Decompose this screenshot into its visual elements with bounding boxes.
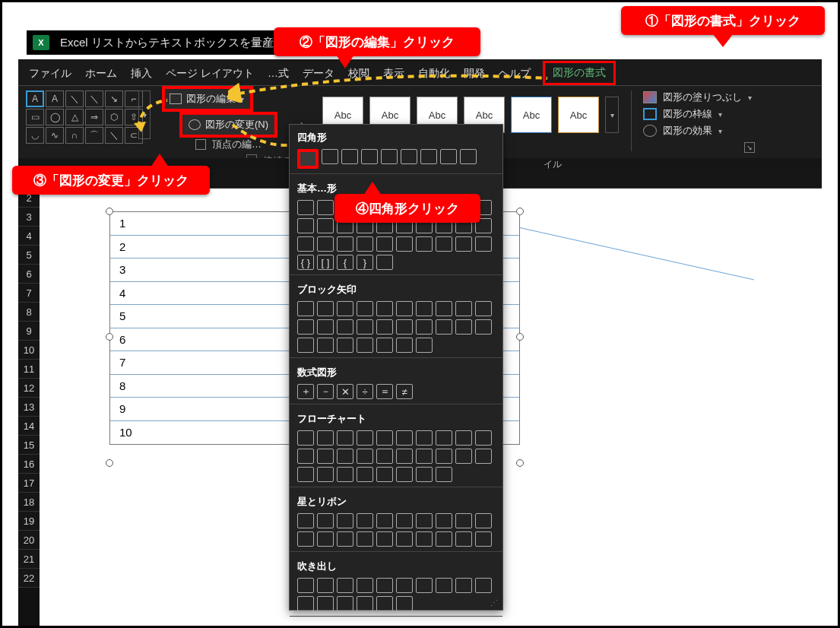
shape-option-icon[interactable] (436, 513, 452, 528)
shape-option-icon[interactable] (475, 578, 492, 593)
resize-handle[interactable] (106, 333, 113, 341)
shape-option-icon[interactable] (337, 338, 353, 353)
row-header[interactable]: 10 (18, 341, 40, 360)
shape-option-icon[interactable] (416, 338, 433, 353)
shape-option-icon[interactable] (357, 596, 373, 611)
shape-option-icon[interactable] (376, 449, 393, 464)
shape-option-icon[interactable] (455, 430, 472, 446)
shape-option-icon[interactable] (396, 430, 413, 446)
tab-auto[interactable]: 自動化 (412, 62, 456, 85)
shape-option-icon[interactable] (440, 149, 457, 164)
shape-option-icon[interactable] (317, 467, 334, 482)
shape-option-icon[interactable] (297, 513, 314, 528)
shape-line-icon[interactable]: ＼ (85, 90, 103, 107)
shape-option-icon[interactable] (337, 319, 353, 335)
style-swatch-more[interactable]: ▾ (605, 97, 619, 133)
shape-option-icon[interactable] (396, 513, 413, 528)
resize-handle[interactable] (106, 459, 113, 467)
shape-option-icon[interactable] (317, 218, 334, 233)
shape-option-icon[interactable] (317, 301, 334, 316)
shape-option-icon[interactable] (361, 149, 378, 164)
shape-option-icon[interactable] (436, 236, 452, 252)
shape-option-icon[interactable] (455, 531, 472, 547)
shape-option-icon[interactable] (376, 319, 393, 335)
shape-curve-icon[interactable]: ∿ (46, 127, 64, 144)
row-header[interactable]: 19 (18, 512, 40, 531)
shape-option-icon[interactable] (297, 430, 314, 446)
shape-option-icon[interactable] (297, 596, 314, 611)
shape-option-icon[interactable] (357, 338, 373, 353)
shape-option-icon[interactable] (357, 513, 373, 528)
shape-option-icon[interactable]: { } (297, 255, 314, 270)
shape-hex-icon[interactable]: ⬡ (105, 109, 123, 125)
shape-option-icon[interactable] (416, 449, 433, 464)
shape-curve-icon[interactable]: ◡ (26, 127, 44, 144)
row-header[interactable]: 7 (18, 284, 40, 303)
row-header[interactable]: 4 (18, 227, 40, 246)
shape-option-icon[interactable] (416, 301, 433, 316)
edit-shape-button[interactable]: 図形の編集 ▾ (162, 86, 253, 112)
shape-option-icon[interactable] (337, 449, 353, 464)
shape-option-icon[interactable] (297, 200, 314, 215)
shape-option-icon[interactable] (436, 531, 452, 547)
shape-insert-gallery[interactable]: A A ＼ ＼ ↘ ⌐ ▭ ◯ △ ⇒ ⬡ ⇧ ◡ ∿ ∩ ⌒ ＼ ⊂ (26, 90, 143, 144)
row-header[interactable]: 17 (18, 474, 40, 493)
shape-arc-icon[interactable]: ∩ (65, 127, 84, 144)
shape-option-icon[interactable] (381, 149, 398, 164)
shape-option-icon[interactable] (297, 236, 314, 252)
shape-option-icon[interactable] (416, 319, 433, 335)
shape-option-icon[interactable] (376, 430, 393, 446)
shape-option-icon[interactable] (416, 513, 433, 528)
resize-grip[interactable]: ⋰ (490, 598, 498, 607)
shape-option-icon[interactable] (396, 301, 413, 316)
resize-handle[interactable] (516, 208, 524, 215)
shape-effects-button[interactable]: 図形の効果 ▾ (643, 124, 752, 138)
shape-option-icon[interactable] (357, 449, 373, 464)
row-header[interactable]: 3 (18, 208, 40, 227)
shape-option-icon[interactable] (376, 236, 393, 252)
tab-insert[interactable]: 挿入 (125, 62, 158, 85)
shape-option-icon[interactable] (396, 467, 413, 482)
shape-arrow-icon[interactable]: ⇒ (85, 109, 103, 125)
shape-option-icon[interactable] (455, 513, 472, 528)
shape-line-icon[interactable]: ＼ (65, 90, 84, 107)
shape-option-icon[interactable] (455, 578, 472, 593)
format-dialog-launcher[interactable]: ↘ (744, 142, 755, 153)
tab-dev[interactable]: 開発 (458, 62, 491, 85)
row-headers[interactable]: 2345678910111213141516171819202122 (18, 189, 40, 588)
gallery-expand-handle[interactable]: ▾ (138, 90, 151, 139)
shape-option-icon[interactable] (475, 301, 492, 316)
shape-option-icon[interactable] (475, 513, 492, 528)
tab-layout[interactable]: ページ レイアウト (160, 62, 260, 85)
shape-option-icon[interactable] (376, 578, 393, 593)
shape-option-icon[interactable] (475, 236, 492, 252)
shape-fill-button[interactable]: 図形の塗りつぶし ▾ (643, 90, 752, 104)
shape-option-icon[interactable] (317, 236, 334, 252)
vertex-edit-menuitem[interactable]: 頂点の編… (195, 138, 262, 151)
shape-option-icon[interactable] (337, 513, 353, 528)
shape-curve-icon[interactable]: ⌒ (85, 127, 103, 144)
shape-option-icon[interactable] (436, 430, 452, 446)
shape-option-icon[interactable] (297, 531, 314, 547)
shape-option-icon[interactable] (396, 449, 413, 464)
shape-option-icon[interactable] (297, 319, 314, 335)
row-header[interactable]: 15 (18, 436, 40, 455)
shape-option-icon[interactable] (376, 255, 393, 270)
shape-option-icon[interactable] (376, 596, 393, 611)
tab-formula[interactable]: …式 (262, 62, 295, 85)
shape-option-icon[interactable] (317, 531, 334, 547)
style-swatch[interactable]: Abc (558, 97, 599, 133)
shape-option-icon[interactable] (297, 301, 314, 316)
shape-option-icon[interactable] (396, 319, 413, 335)
shape-option-icon[interactable] (297, 467, 314, 482)
shape-option-icon[interactable] (317, 338, 334, 353)
tab-home[interactable]: ホーム (79, 62, 123, 85)
shape-option-icon[interactable] (396, 578, 413, 593)
shape-option-icon[interactable] (297, 218, 314, 233)
shape-option-icon[interactable] (337, 531, 353, 547)
shape-option-icon[interactable] (357, 467, 373, 482)
shape-option-icon[interactable] (455, 301, 472, 316)
shape-option-icon[interactable] (455, 319, 472, 335)
shape-option-icon[interactable] (436, 301, 452, 316)
shape-line-icon[interactable]: ＼ (105, 127, 123, 144)
